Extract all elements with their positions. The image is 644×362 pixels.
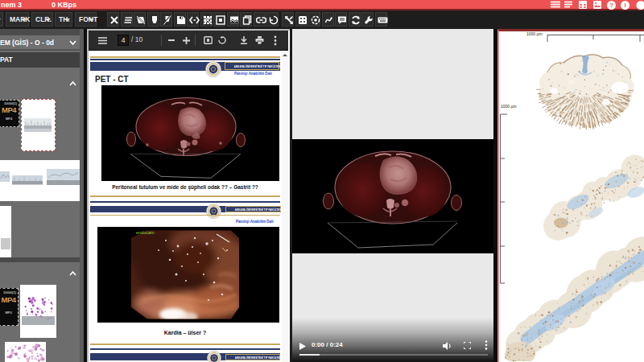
svg-text:i: i [624, 2, 625, 9]
svg-text:1000 µm: 1000 µm [526, 31, 543, 36]
svg-text:1000 µm: 1000 µm [501, 104, 517, 109]
svg-text:?: ? [609, 2, 613, 9]
svg-text:endocam: endocam [136, 230, 155, 235]
